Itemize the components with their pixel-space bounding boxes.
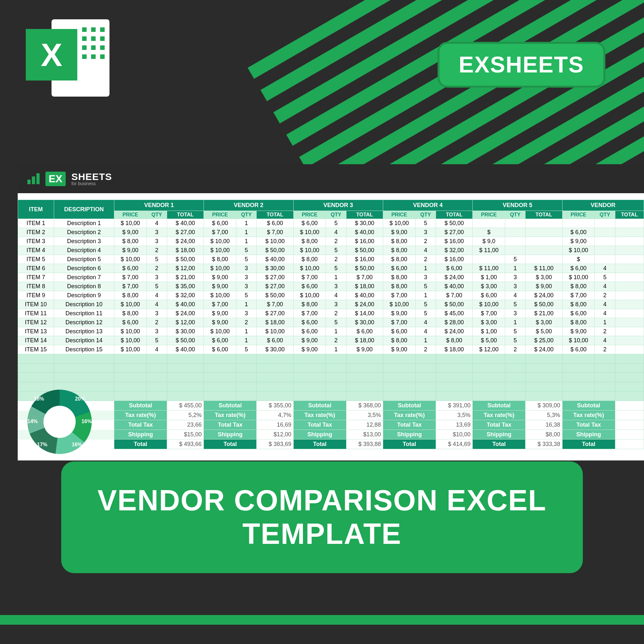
table-row: ITEM 5Description 5$ 10,005$ 50,00$ 8,00… (18, 255, 644, 264)
table-row: ITEM 6Description 6$ 6,002$ 12,00$ 10,00… (18, 264, 644, 273)
table-row: ITEM 8Description 8$ 7,005$ 35,00$ 9,003… (18, 282, 644, 291)
table-row: ITEM 13Description 13$ 10,003$ 30,00$ 10… (18, 327, 644, 336)
title-text: VENDOR COMPARISON EXCEL TEMPLATE (98, 484, 546, 550)
table-row: ITEM 4Description 4$ 9,002$ 18,00$ 10,00… (18, 246, 644, 255)
title-banner: VENDOR COMPARISON EXCEL TEMPLATE (61, 461, 583, 573)
table-row: ITEM 10Description 10$ 10,004$ 40,00$ 7,… (18, 300, 644, 309)
table-row: ITEM 3Description 3$ 8,003$ 24,00$ 10,00… (18, 237, 644, 246)
table-row: ITEM 11Description 11$ 8,003$ 24,00$ 9,0… (18, 309, 644, 318)
excel-logo-icon: X (26, 13, 116, 103)
table-row: ITEM 1Description 1$ 10,004$ 40,00$ 6,00… (18, 219, 644, 228)
table-row: ITEM 9Description 9$ 8,004$ 32,00$ 10,00… (18, 291, 644, 300)
table-row: ITEM 7Description 7$ 7,003$ 21,00$ 9,003… (18, 273, 644, 282)
table-row: ITEM 15Description 15$ 10,004$ 40,00$ 6,… (18, 345, 644, 354)
vendor-table: ITEMDESCRIPTIONVENDOR 1VENDOR 2VENDOR 3V… (18, 200, 644, 449)
table-row: ITEM 12Description 12$ 6,002$ 12,00$ 9,0… (18, 318, 644, 327)
table-row: ITEM 2Description 2$ 9,003$ 27,00$ 7,001… (18, 228, 644, 237)
pie-chart: 18% 20% 16% 16% 17% 14% (27, 390, 92, 454)
brand-badge: EXSHEETS (438, 42, 605, 88)
bottom-accent-bar (0, 615, 644, 625)
sheet-brand-header: EX SHEETS for business (18, 164, 644, 193)
table-row: ITEM 14Description 14$ 10,005$ 50,00$ 6,… (18, 336, 644, 345)
spreadsheet-preview: EX SHEETS for business ITEMDESCRIPTIONVE… (18, 164, 644, 460)
